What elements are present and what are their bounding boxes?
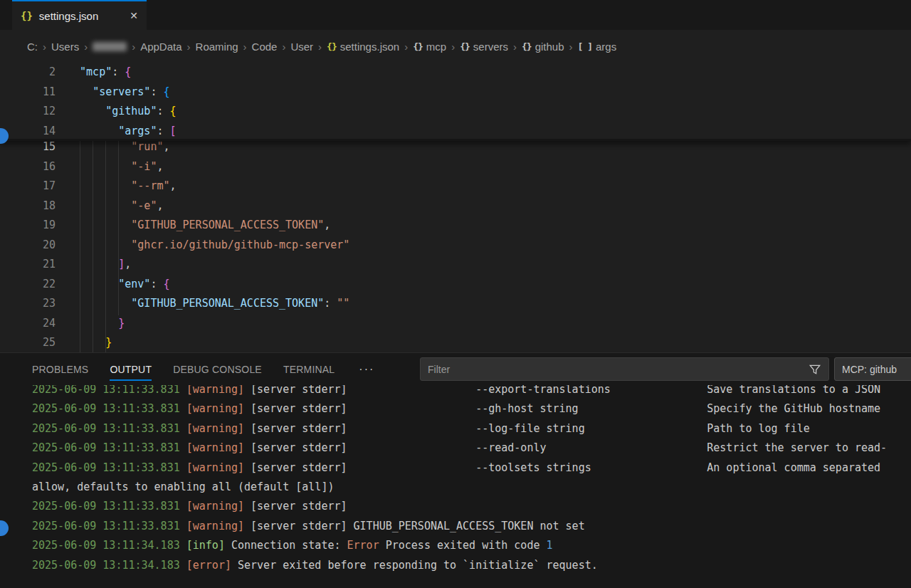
log-token: [warning]: [186, 500, 244, 513]
panel-tab-debug-console[interactable]: DEBUG CONSOLE: [173, 358, 262, 381]
breadcrumb-item-user[interactable]: User: [290, 41, 313, 53]
breadcrumb-item-code[interactable]: Code: [252, 41, 278, 53]
code-token: "--rm": [131, 179, 169, 192]
log-token: [server stderr] GITHUB_PERSONAL_ACCESS_T…: [244, 520, 585, 532]
log-token: [warning]: [186, 441, 244, 454]
line-number: 14: [0, 122, 56, 142]
code-text: "env": {: [67, 275, 170, 295]
tab-title: settings.json: [39, 10, 98, 22]
log-token: 2025-06-09 13:11:33.831: [32, 520, 186, 532]
code-line-23[interactable]: 23 "GITHUB_PERSONAL_ACCESS_TOKEN": "": [0, 294, 911, 314]
code-line-17[interactable]: 17 "--rm",: [0, 177, 911, 196]
breadcrumb-label: settings.json: [340, 41, 399, 53]
code-line-18[interactable]: 18 "-e",: [0, 196, 911, 216]
log-token: [warning]: [186, 461, 244, 474]
code-token: "args": [118, 125, 157, 137]
breadcrumb-item-username-redacted[interactable]: [93, 42, 127, 51]
log-token: 2025-06-09 13:11:33.831: [32, 402, 186, 415]
code-line-22[interactable]: 22 "env": {: [0, 275, 911, 295]
panel-tab-output[interactable]: OUTPUT: [110, 358, 152, 381]
code-text: "GITHUB_PERSONAL_ACCESS_TOKEN": "": [67, 294, 349, 314]
breadcrumb-item-roaming[interactable]: Roaming: [196, 41, 238, 53]
breadcrumb-item-args[interactable]: [ ]args: [578, 41, 617, 53]
breadcrumb-label: args: [596, 41, 616, 53]
code-line-2[interactable]: 2 "mcp": {: [0, 63, 911, 83]
editor[interactable]: 15 "run",16 "-i",17 "--rm",18 "-e",19 "G…: [0, 63, 911, 352]
code-line-20[interactable]: 20 "ghcr.io/github/github-mcp-server": [0, 236, 911, 256]
code-token: [67, 297, 131, 310]
line-number: 25: [0, 333, 56, 352]
breadcrumb-item-c[interactable]: C:: [27, 41, 38, 53]
breadcrumb-item-servers[interactable]: {}servers: [460, 41, 508, 53]
code-token: "GITHUB_PERSONAL_ACCESS_TOKEN": [131, 219, 324, 231]
code-line-21[interactable]: 21 ],: [0, 255, 911, 275]
tab-settings-json[interactable]: {} settings.json ✕: [12, 0, 147, 30]
code-lines: 15 "run",16 "-i",17 "--rm",18 "-e",19 "G…: [0, 137, 911, 352]
breadcrumb-separator: ›: [84, 41, 88, 53]
output-log: 2025-06-09 13:11:33.831 [warning] [serve…: [0, 380, 911, 575]
panel-tab-terminal[interactable]: TERMINAL: [283, 358, 335, 381]
code-token: ,: [125, 258, 131, 271]
breadcrumb-item-users[interactable]: Users: [51, 41, 79, 53]
bottom-panel: 2025-06-09 13:11:33.831 [warning] [serve…: [0, 352, 911, 588]
breadcrumb-item-github[interactable]: {}github: [522, 41, 564, 53]
output-log-line: allow, defaults to enabling all (default…: [0, 478, 911, 497]
output-filter-box[interactable]: [420, 357, 829, 381]
code-line-16[interactable]: 16 "-i",: [0, 157, 911, 177]
breadcrumb-separator: ›: [318, 41, 322, 53]
code-token: "servers": [93, 85, 150, 98]
panel-tab-problems[interactable]: PROBLEMS: [32, 358, 88, 381]
output-channel-select[interactable]: MCP: github: [834, 357, 911, 381]
panel-header: PROBLEMSOUTPUTDEBUG CONSOLETERMINAL··· M…: [0, 353, 911, 385]
json-file-icon: {}: [21, 10, 33, 21]
sticky-scroll[interactable]: 2 "mcp": {11 "servers": {12 "github": {1…: [0, 63, 911, 141]
breadcrumb-separator: ›: [451, 41, 455, 53]
tab-close-icon[interactable]: ✕: [130, 10, 138, 21]
code-line-11[interactable]: 11 "servers": {: [0, 83, 911, 103]
code-line-12[interactable]: 12 "github": {: [0, 102, 911, 122]
log-token: 2025-06-09 13:11:33.831: [32, 441, 186, 454]
code-token: :: [157, 105, 169, 117]
code-token: [67, 85, 93, 98]
log-token: [server stderr]: [244, 461, 347, 474]
breadcrumb-item-mcp[interactable]: {}mcp: [413, 41, 446, 53]
code-line-24[interactable]: 24 }: [0, 314, 911, 334]
log-token: --read-only Restrict the server to read-: [347, 441, 888, 454]
code-line-25[interactable]: 25 }: [0, 333, 911, 352]
code-token: "mcp": [80, 65, 112, 78]
code-token: {: [163, 85, 169, 98]
panel-more-actions-icon[interactable]: ···: [359, 363, 374, 376]
code-text: "github": {: [67, 102, 177, 122]
line-number: 17: [0, 177, 56, 196]
code-line-19[interactable]: 19 "GITHUB_PERSONAL_ACCESS_TOKEN",: [0, 216, 911, 236]
code-text: "servers": {: [67, 83, 170, 103]
editor-tab-bar: {} settings.json ✕: [0, 0, 911, 30]
code-token: "GITHUB_PERSONAL_ACCESS_TOKEN": [131, 297, 324, 310]
line-number: 11: [0, 83, 56, 103]
breadcrumb-separator: ›: [132, 41, 135, 53]
output-filter-input[interactable]: [428, 364, 809, 375]
breadcrumb-separator: ›: [513, 41, 517, 53]
code-token: [67, 160, 131, 173]
code-token: {: [125, 65, 131, 78]
code-token: {: [163, 278, 169, 290]
output-log-line: 2025-06-09 13:11:33.831 [warning] [serve…: [0, 458, 911, 478]
filter-funnel-icon[interactable]: [809, 363, 821, 376]
log-token: 2025-06-09 13:11:34.183: [32, 539, 186, 552]
line-number: 24: [0, 314, 56, 334]
code-line-14[interactable]: 14 "args": [: [0, 122, 911, 142]
log-token: [warning]: [186, 520, 244, 532]
code-token: [67, 258, 118, 271]
code-text: "args": [: [67, 122, 177, 142]
log-token: Connection state:: [225, 539, 347, 552]
mcp-symbol-icon: {}: [413, 41, 423, 52]
code-token: {: [170, 105, 177, 117]
log-token: 2025-06-09 13:11:33.831: [32, 422, 186, 435]
log-token: --log-file string Path to log file: [347, 422, 810, 435]
log-token: --toolsets strings An optional comma sep…: [347, 461, 881, 474]
breadcrumb-item-appdata[interactable]: AppData: [140, 41, 181, 53]
line-number: 19: [0, 216, 56, 236]
breadcrumb-item-settings-json[interactable]: {}settings.json: [327, 41, 399, 53]
code-token: [67, 238, 131, 251]
log-token: [error]: [186, 559, 231, 572]
